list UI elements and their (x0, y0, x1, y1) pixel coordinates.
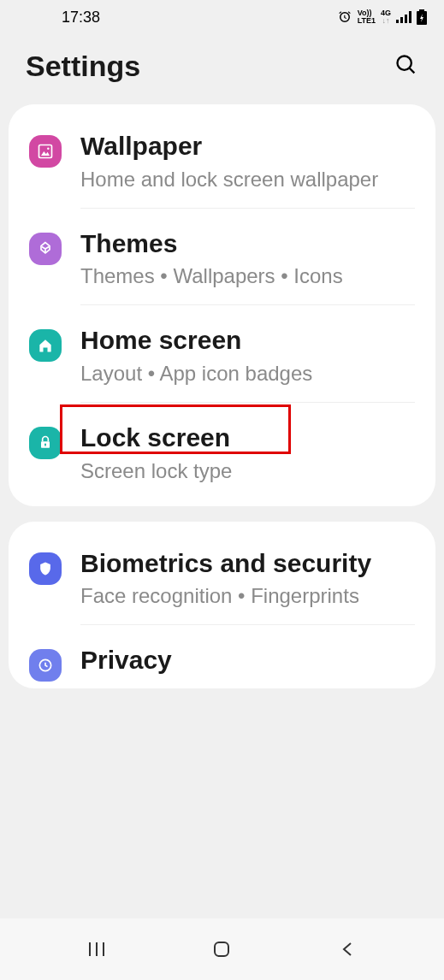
setting-subtitle: Themes • Wallpapers • Icons (80, 263, 415, 289)
setting-title: Themes (80, 227, 415, 260)
themes-icon (29, 233, 62, 265)
svg-rect-14 (44, 445, 45, 446)
svg-point-7 (398, 56, 411, 69)
svg-marker-10 (41, 151, 50, 156)
setting-title: Lock screen (80, 422, 415, 454)
svg-rect-4 (419, 9, 424, 11)
setting-title: Home screen (80, 324, 415, 357)
shield-icon (29, 552, 62, 585)
settings-item-biometrics[interactable]: Biometrics and security Face recognition… (9, 528, 435, 625)
settings-item-wallpaper[interactable]: Wallpaper Home and lock screen wallpaper (9, 111, 435, 208)
alarm-icon (337, 9, 352, 25)
search-button[interactable] (394, 53, 418, 80)
setting-title: Biometrics and security (80, 547, 415, 580)
privacy-icon (29, 649, 62, 682)
settings-item-home-screen[interactable]: Home screen Layout • App icon badges (9, 305, 435, 402)
settings-item-privacy[interactable]: Privacy (9, 625, 435, 682)
recents-button[interactable] (85, 937, 109, 961)
settings-group-2: Biometrics and security Face recognition… (9, 522, 435, 689)
lock-icon (29, 427, 62, 459)
svg-rect-19 (215, 942, 228, 956)
cellular-text: 4G ↓↑ (381, 9, 391, 25)
svg-rect-0 (396, 20, 399, 23)
page-header: Settings (0, 34, 444, 104)
status-bar: 17:38 Vo)) LTE1 4G ↓↑ (0, 0, 444, 34)
setting-subtitle: Home and lock screen wallpaper (80, 166, 415, 192)
svg-rect-3 (409, 11, 411, 23)
battery-charging-icon (417, 9, 427, 25)
search-icon (394, 53, 418, 77)
network-text: Vo)) LTE1 (358, 9, 376, 25)
nav-bar (0, 918, 444, 980)
setting-subtitle: Screen lock type (80, 458, 415, 484)
status-icons: Vo)) LTE1 4G ↓↑ (337, 9, 427, 25)
page-title: Settings (26, 50, 140, 83)
settings-group-1: Wallpaper Home and lock screen wallpaper… (9, 104, 435, 506)
svg-point-11 (47, 147, 50, 150)
setting-subtitle: Layout • App icon badges (80, 360, 415, 387)
svg-rect-1 (400, 17, 403, 23)
settings-item-themes[interactable]: Themes Themes • Wallpapers • Icons (9, 209, 435, 305)
setting-title: Wallpaper (80, 130, 415, 162)
svg-rect-9 (39, 145, 52, 158)
home-icon (29, 329, 62, 362)
setting-subtitle: Face recognition • Fingerprints (80, 582, 415, 609)
wallpaper-icon (29, 135, 62, 168)
signal-icon (396, 11, 411, 23)
status-time: 17:38 (17, 9, 100, 27)
settings-item-lock-screen[interactable]: Lock screen Screen lock type (9, 403, 435, 499)
home-button[interactable] (210, 937, 234, 961)
svg-line-8 (410, 68, 415, 73)
svg-rect-2 (405, 15, 407, 23)
setting-title: Privacy (80, 644, 415, 676)
back-button[interactable] (335, 937, 359, 961)
